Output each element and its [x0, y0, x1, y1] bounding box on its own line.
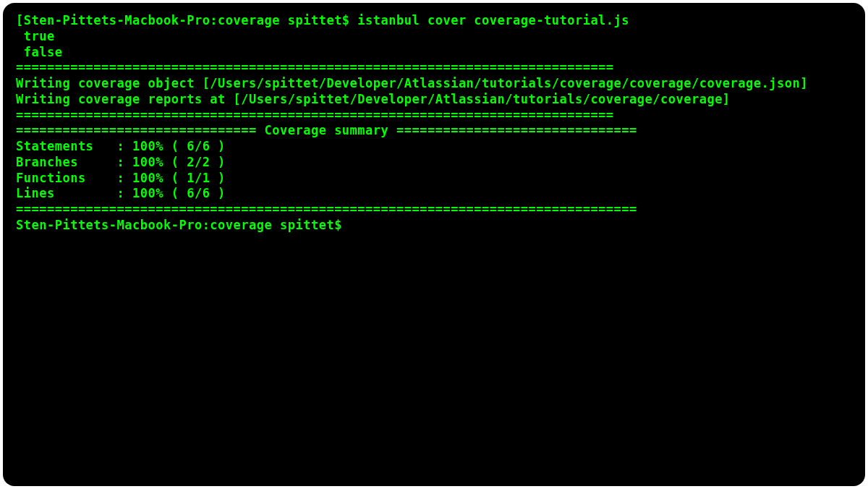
terminal-line-output: false: [16, 45, 852, 61]
terminal-line-prompt-command: [Sten-Pittets-Macbook-Pro:coverage spitt…: [16, 13, 852, 29]
terminal-line-separator: ========================================…: [16, 108, 852, 124]
terminal-line-statements: Statements : 100% ( 6/6 ): [16, 139, 852, 155]
terminal-line-output: Writing coverage object [/Users/spittet/…: [16, 76, 852, 92]
terminal-line-lines: Lines : 100% ( 6/6 ): [16, 186, 852, 202]
terminal-line-summary-header: =============================== Coverage…: [16, 123, 852, 139]
terminal-line-separator: ========================================…: [16, 60, 852, 76]
terminal-line-output: true: [16, 29, 852, 45]
terminal-line-output: Writing coverage reports at [/Users/spit…: [16, 92, 852, 108]
terminal-line-functions: Functions : 100% ( 1/1 ): [16, 171, 852, 187]
terminal-line-separator: ========================================…: [16, 202, 852, 218]
terminal-line-branches: Branches : 100% ( 2/2 ): [16, 155, 852, 171]
terminal-line-prompt[interactable]: Sten-Pittets-Macbook-Pro:coverage spitte…: [16, 218, 852, 234]
terminal-window[interactable]: [Sten-Pittets-Macbook-Pro:coverage spitt…: [3, 3, 865, 486]
